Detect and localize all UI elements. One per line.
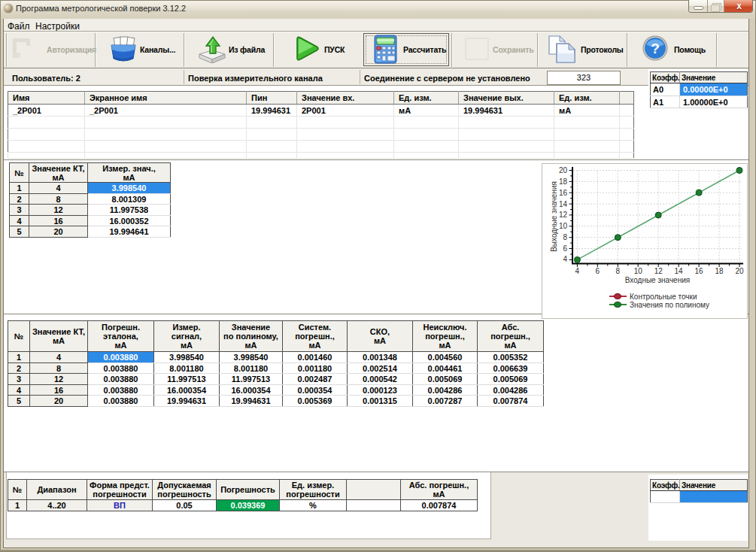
svg-text:14: 14 [675,267,684,275]
svg-text:8: 8 [616,267,621,275]
svg-text:6: 6 [596,267,600,275]
svg-text:20: 20 [735,267,744,275]
svg-text:?: ? [651,41,660,56]
svg-text:Контрольные точки: Контрольные точки [630,293,697,301]
svg-text:6: 6 [563,244,567,253]
svg-text:12: 12 [559,211,568,219]
svg-text:Выходные значения: Выходные значения [550,181,558,252]
svg-text:10: 10 [634,267,643,275]
svg-text:16: 16 [695,267,704,275]
svg-text:10: 10 [559,222,568,230]
svg-text:4: 4 [563,255,567,263]
svg-text:18: 18 [715,267,724,275]
svg-text:20: 20 [559,166,568,174]
svg-text:8: 8 [563,233,567,241]
svg-text:12: 12 [654,267,663,275]
svg-text:Входные значения: Входные значения [625,276,690,284]
svg-text:Значения по полиному: Значения по полиному [630,301,709,309]
svg-text:14: 14 [559,200,568,208]
svg-text:16: 16 [559,189,568,197]
svg-text:4: 4 [575,267,580,275]
svg-text:18: 18 [559,177,568,186]
